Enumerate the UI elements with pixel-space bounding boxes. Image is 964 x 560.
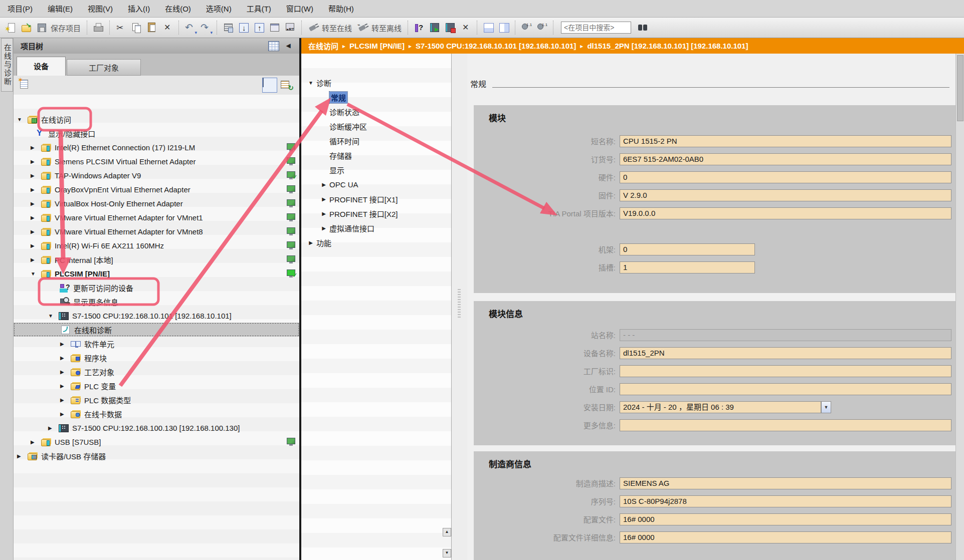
keep-layout-icon-1[interactable] (520, 21, 533, 35)
field-value-serial-number[interactable]: 10S C-80P94j2878 (620, 495, 951, 507)
expander-closed-icon[interactable]: ▶ (31, 145, 41, 150)
tree-item-pc-internal[interactable]: ▶PC internal [本地] (14, 252, 299, 266)
tree-item-online-access[interactable]: ▼在线访问 (14, 112, 299, 126)
split-horizontal-icon[interactable] (482, 21, 495, 35)
expander-open-icon[interactable]: ▼ (48, 313, 58, 319)
expander-closed-icon[interactable]: ▶ (31, 215, 41, 220)
menu-item-8[interactable]: 帮助(H) (321, 1, 361, 17)
expander-closed-icon[interactable]: ▶ (31, 439, 41, 445)
expander-open-icon[interactable]: ▼ (305, 80, 316, 86)
diag-item-virtual-comm-interface[interactable]: ▶虚拟通信接口 (301, 221, 468, 235)
tree-item-plc-data-types[interactable]: ▶PLC 数据类型 (14, 393, 299, 407)
expander-closed-icon[interactable]: ▶ (31, 187, 41, 192)
save-project-label[interactable]: 保存项目 (51, 23, 81, 33)
tree-item-show-more-info[interactable]: 显示更多信息 (14, 295, 299, 309)
expander-closed-icon[interactable]: ▶ (60, 369, 70, 375)
download-hmi-icon[interactable] (268, 21, 282, 35)
expander-closed-icon[interactable]: ▶ (60, 411, 70, 417)
field-value-device-name[interactable]: dl1515_2PN (620, 347, 951, 359)
new-item-icon[interactable] (19, 78, 32, 92)
expander-closed-icon[interactable]: ▶ (31, 159, 41, 164)
expander-closed-icon[interactable]: ▶ (305, 240, 316, 245)
field-value-installation-date[interactable]: 2024 - 十月 - 20 ，星期日 06 : 39 (620, 401, 821, 413)
expander-closed-icon[interactable]: ▶ (31, 243, 41, 248)
tree-item-program-blocks[interactable]: ▶程序块 (14, 351, 299, 365)
breadcrumb-item-3[interactable]: dl1515_2PN [192.168.10.101] [192.168.10.… (587, 42, 748, 50)
project-search-input[interactable] (561, 22, 631, 34)
tree-item-s7-1500-cpu-130[interactable]: ▶S7-1500 CPU:192.168.100.130 [192.168.10… (14, 421, 299, 435)
expander-closed-icon[interactable]: ▶ (31, 257, 41, 262)
new-project-icon[interactable] (4, 21, 18, 35)
expander-closed-icon[interactable]: ▶ (31, 229, 41, 234)
menu-item-7[interactable]: 窗口(W) (279, 1, 321, 17)
field-value-manufacturer-description[interactable]: SIEMENS AG (620, 477, 951, 489)
tree-item-technology-objects[interactable]: ▶工艺对象 (14, 365, 299, 379)
cut-icon[interactable] (114, 21, 128, 35)
copy-icon[interactable] (130, 21, 143, 35)
tree-item-online-card-data[interactable]: ▶在线卡数据 (14, 407, 299, 421)
undo-icon[interactable] (183, 21, 197, 35)
breadcrumb-item-0[interactable]: 在线访问 (308, 41, 338, 51)
go-online-label[interactable]: 转至在线 (322, 23, 352, 33)
expander-closed-icon[interactable]: ▶ (60, 341, 70, 347)
tree-item-oraybox-vpn-adapter[interactable]: ▶OrayBoxVpnEnt Virtual Ethernet Adapter (14, 182, 299, 196)
expander-closed-icon[interactable]: ▶ (31, 201, 41, 206)
expander-closed-icon[interactable]: ▶ (60, 383, 70, 389)
download-to-device-icon[interactable] (237, 21, 251, 35)
go-online-icon[interactable] (306, 21, 320, 35)
go-offline-label[interactable]: 转至离线 (371, 23, 402, 33)
tree-item-update-accessible-devices[interactable]: 更新可访问的设备 (14, 281, 299, 295)
menu-item-6[interactable]: 工具(T) (239, 1, 279, 17)
field-value-slot[interactable]: 1 (620, 261, 755, 273)
save-project-icon[interactable] (35, 21, 49, 35)
expander-closed-icon[interactable]: ▶ (318, 182, 329, 187)
accessible-devices-icon[interactable] (413, 21, 426, 35)
field-value-location-id[interactable] (620, 383, 951, 395)
panel-splitter[interactable] (452, 54, 468, 560)
search-binoculars-icon[interactable] (636, 21, 650, 35)
tree-item-intel-wifi[interactable]: ▶Intel(R) Wi-Fi 6E AX211 160MHz (14, 238, 299, 252)
redo-icon[interactable] (199, 21, 213, 35)
tree-item-vmware-vmnet8[interactable]: ▶VMware Virtual Ethernet Adapter for VMn… (14, 224, 299, 238)
refresh-view-icon[interactable] (280, 79, 293, 92)
tree-item-plc-tags[interactable]: ▶PLC 变量 (14, 379, 299, 393)
split-vertical-icon[interactable] (497, 21, 511, 35)
online-diagnostics-rail-tab[interactable]: 在线与诊断 (1, 38, 13, 92)
expander-closed-icon[interactable]: ▶ (318, 196, 329, 202)
details-view-icon[interactable] (262, 78, 277, 93)
field-value-order-number[interactable]: 6ES7 515-2AM02-0AB0 (620, 153, 951, 165)
field-value-short-name[interactable]: CPU 1515-2 PN (620, 135, 951, 147)
compile-icon[interactable] (222, 21, 235, 35)
menu-item-0[interactable]: 项目(P) (0, 1, 40, 17)
menu-item-3[interactable]: 插入(I) (120, 1, 157, 17)
breadcrumb-item-2[interactable]: S7-1500 CPU:192.168.10.101 [192.168.10.1… (416, 42, 576, 50)
scroll-up-button[interactable]: ▲ (443, 528, 451, 536)
date-dropdown-button[interactable]: ▼ (821, 401, 831, 413)
field-value-tia-portal-project-version[interactable]: V19.0.0.0 (620, 207, 951, 219)
tree-item-tap-windows-adapter[interactable]: ▶TAP-Windows Adapter V9✓ (14, 168, 299, 182)
expander-open-icon[interactable]: ▼ (31, 271, 41, 276)
field-value-profile-details[interactable]: 16# 0000 (620, 531, 951, 543)
diag-item-diagnostics[interactable]: ▼诊断 (301, 76, 455, 90)
diag-item-functions[interactable]: ▶功能 (301, 235, 455, 250)
paste-icon[interactable] (145, 21, 159, 35)
diag-item-profinet-x2[interactable]: ▶PROFINET 接口[X2] (301, 206, 468, 221)
breadcrumb-item-1[interactable]: PLCSIM [PN/IE] (349, 42, 405, 50)
expander-closed-icon[interactable]: ▶ (31, 173, 41, 178)
tree-item-software-units[interactable]: ▶软件单元 (14, 337, 299, 351)
field-value-firmware[interactable]: V 2.9.0 (620, 189, 951, 201)
tree-item-siemens-plcsim-adapter[interactable]: ▶Siemens PLCSIM Virtual Ethernet Adapter (14, 154, 299, 168)
expander-open-icon[interactable]: ▼ (17, 117, 27, 122)
field-value-plant-designation[interactable] (620, 365, 951, 377)
go-offline-icon[interactable]: ⌁ (356, 21, 369, 35)
field-value-hardware[interactable]: 0 (620, 171, 951, 183)
tree-item-plcsim-pnie[interactable]: ▼PLCSIM [PN/IE]✓ (14, 266, 299, 281)
tree-item-s7-1500-cpu-101[interactable]: ▼S7-1500 CPU:192.168.10.101 [192.168.10.… (14, 309, 299, 323)
tree-view-options-icon[interactable] (268, 41, 279, 51)
keep-layout-icon-2[interactable] (535, 21, 549, 35)
expander-closed-icon[interactable]: ▶ (318, 211, 329, 216)
field-value-rack[interactable]: 0 (620, 243, 755, 255)
stop-cpu-icon[interactable] (444, 21, 457, 35)
expander-closed-icon[interactable]: ▶ (60, 355, 70, 361)
menu-item-1[interactable]: 编辑(E) (40, 1, 80, 17)
